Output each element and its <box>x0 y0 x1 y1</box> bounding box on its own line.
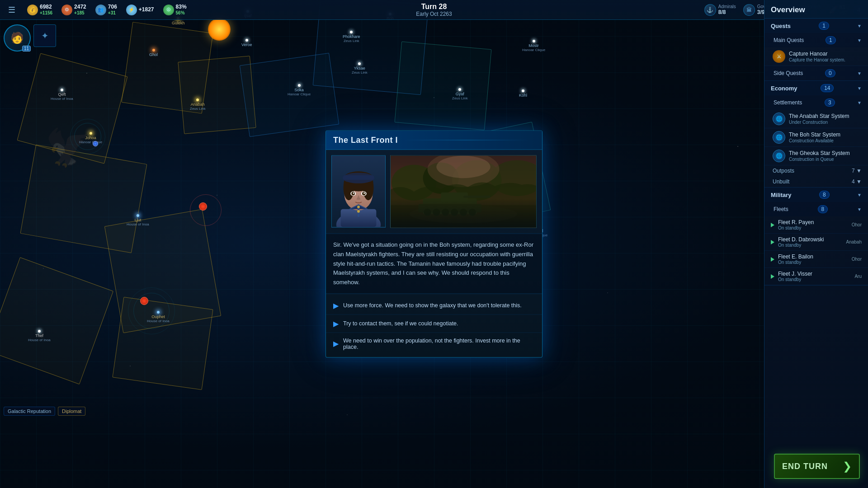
star-system-soka[interactable]: Soka Hanoar Clique <box>288 84 311 96</box>
star-system-phokhare[interactable]: Phokhare Zeus Link <box>343 31 360 43</box>
dialog-choice-3[interactable]: ▶ We need to win over the population, no… <box>326 333 542 354</box>
star-system-ouphet[interactable]: Ouphet House of Inoa <box>147 311 170 323</box>
unbuilt-row[interactable]: Unbuilt 4 ▼ <box>764 176 868 187</box>
settlement-boh[interactable]: 🌐 The Boh Star System Construction Avail… <box>764 128 868 147</box>
settlement-gheoka-icon: 🌐 <box>773 150 785 162</box>
settlement-boh-name: The Boh Star System <box>789 131 862 138</box>
main-quests-header[interactable]: Main Quests 1 ▼ <box>764 33 868 47</box>
svg-point-14 <box>363 192 365 194</box>
settlement-gheoka-status: Construction in Queue <box>789 157 862 162</box>
player-portrait[interactable]: 🧑 11 <box>4 24 31 52</box>
economy-section-header[interactable]: Economy 14 ▼ <box>764 81 868 95</box>
military-count: 8 <box>819 191 830 199</box>
admirals-group[interactable]: ⚓ Admirals 8/8 <box>704 4 736 16</box>
end-turn-label: END TURN <box>782 462 828 471</box>
character-portrait <box>331 155 386 228</box>
end-turn-button[interactable]: END TURN ❯ <box>774 454 860 479</box>
quest-icon: ⚔ <box>773 50 785 63</box>
menu-button[interactable]: ☰ <box>4 2 20 18</box>
dialog-title-bar: The Last Front I <box>326 131 542 150</box>
turn-number: Turn 28 <box>421 3 447 11</box>
unbuilt-count: 4 ▼ <box>852 178 862 185</box>
star-system-veroe[interactable]: Veroe <box>241 39 252 47</box>
admirals-icon: ⚓ <box>704 4 716 16</box>
dialog-choices: ▶ Use more force. We need to show the ga… <box>326 293 542 357</box>
star-system-ljut[interactable]: Ljut House of Inoa <box>127 214 149 226</box>
influence-value: +1827 <box>139 7 154 13</box>
fleet-bailon-location: Ohor <box>852 257 862 262</box>
fleet-bailon[interactable]: Fleet E. Bailon On standby Ohor <box>764 251 868 268</box>
fleet-visser-icon <box>771 274 774 279</box>
choice-arrow-2: ▶ <box>333 319 339 328</box>
star-system-ghol[interactable]: Ghol <box>149 49 158 57</box>
fleet-visser[interactable]: Fleet J. Visser On standby Aru <box>764 268 868 285</box>
quest-capture-hanoar[interactable]: ⚔ Capture Hanoar Capture the Hanoar syst… <box>764 47 868 66</box>
star-system-yksae[interactable]: Yksae Zeus Link <box>352 62 368 75</box>
reputation-label: Galactic Reputation <box>4 407 55 416</box>
star-system-anabah[interactable]: Anabah Zeus Link <box>190 99 206 111</box>
alert-indicator-2 <box>140 297 148 305</box>
dialog-body-text: Sir. We've got a situation going on in t… <box>326 234 542 294</box>
quests-section-header[interactable]: Quests 1 ▼ <box>764 19 868 33</box>
scene-image <box>390 155 537 228</box>
economy-chevron: ▼ <box>857 86 862 91</box>
star-system-johoa[interactable]: Johoa Hanoar Clique <box>79 132 102 144</box>
side-quests-header[interactable]: Side Quests 0 ▼ <box>764 66 868 80</box>
resource-industry[interactable]: ⚙ 2472 +185 <box>61 4 86 15</box>
credits-value: 6982 <box>40 4 52 10</box>
economy-section: Economy 14 ▼ Settlements 3 ▼ 🌐 The Anaba… <box>764 81 868 188</box>
quests-title: Quests <box>771 23 791 29</box>
star-system-gyaf[interactable]: Gyaf Zeus Link <box>452 88 468 100</box>
settlements-header[interactable]: Settlements 3 ▼ <box>764 95 868 110</box>
credits-icon: 💰 <box>27 5 38 15</box>
fleets-header[interactable]: Fleets 8 ▼ <box>764 202 868 216</box>
resource-approval[interactable]: ☮ 83% 56% <box>163 4 187 15</box>
side-quests-label: Side Quests <box>774 70 803 76</box>
top-bar: ☰ 💰 6982 +1156 ⚙ 2472 +185 👥 706 +31 ⚡ +… <box>0 0 868 20</box>
resource-credits[interactable]: 💰 6982 +1156 <box>27 4 52 15</box>
military-title: Military <box>771 192 792 198</box>
military-section-header[interactable]: Military 8 ▼ <box>764 188 868 202</box>
military-chevron: ▼ <box>857 192 862 197</box>
fleet-dabrowski-status: On standby <box>778 243 843 248</box>
choice-text-1: Use more force. We need to show the gala… <box>343 302 522 309</box>
fleets-count: 8 <box>818 205 828 213</box>
settlement-boh-icon: 🌐 <box>773 131 785 144</box>
star-system-thef[interactable]: Thef House of Inoa <box>28 330 51 342</box>
fleet-dabrowski-location: Anabah <box>846 239 862 244</box>
settlement-gheoka-name: The Gheoka Star System <box>789 150 862 156</box>
outposts-row[interactable]: Outposts 7 ▼ <box>764 165 868 176</box>
event-dialog: The Last Front I <box>326 131 542 358</box>
population-icon: 👥 <box>95 5 106 15</box>
settlement-gheoka[interactable]: 🌐 The Gheoka Star System Construction in… <box>764 147 868 165</box>
main-quests-count: 1 <box>826 36 836 44</box>
settlement-anabah[interactable]: 🌐 The Anabah Star System Under Construct… <box>764 110 868 128</box>
fleet-payen[interactable]: Fleet R. Payen On standby Ohor <box>764 216 868 234</box>
end-turn-arrow: ❯ <box>843 460 852 473</box>
star-system-qeft[interactable]: Qeft House of Inoa <box>51 89 73 101</box>
quests-count: 1 <box>819 22 829 30</box>
fleet-dabrowski-name: Fleet D. Dabrowski <box>778 236 843 243</box>
fleet-visser-name: Fleet J. Visser <box>778 271 851 277</box>
economy-count: 14 <box>821 84 834 92</box>
fleet-dabrowski[interactable]: Fleet D. Dabrowski On standby Anabah <box>764 234 868 251</box>
resource-population[interactable]: 👥 706 +31 <box>95 4 117 15</box>
fleet-visser-location: Aru <box>854 274 862 279</box>
choice-arrow-3: ▶ <box>333 339 339 348</box>
sun-star-large <box>208 18 231 41</box>
resource-influence[interactable]: ⚡ +1827 <box>126 5 154 15</box>
dialog-choice-1[interactable]: ▶ Use more force. We need to show the ga… <box>326 296 542 314</box>
fleets-chevron: ▼ <box>857 207 862 212</box>
choice-text-2: Try to contact them, see if we could neg… <box>343 320 458 327</box>
ability-slot[interactable]: ✦ <box>33 24 56 47</box>
star-system-mostr[interactable]: Mostr Hanoar Clique <box>522 40 545 52</box>
player-hud: 🧑 11 ✦ <box>4 24 56 52</box>
unbuilt-label: Unbuilt <box>773 178 789 185</box>
economy-title: Economy <box>771 85 797 92</box>
svg-point-18 <box>357 206 360 208</box>
dialog-title: The Last Front I <box>333 136 398 145</box>
side-quests-count: 0 <box>825 69 835 77</box>
dialog-choice-2[interactable]: ▶ Try to contact them, see if we could n… <box>326 314 542 333</box>
star-system-kohl[interactable]: Kohl <box>519 89 527 98</box>
population-value: 706 <box>108 4 117 10</box>
